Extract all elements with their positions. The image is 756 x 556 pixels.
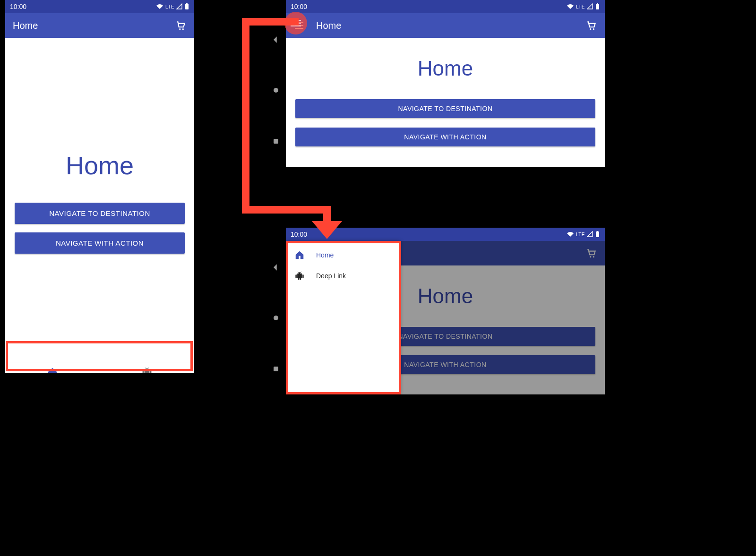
drawer-item-label: Deep Link <box>316 272 346 280</box>
battery-icon <box>185 3 189 10</box>
wifi-icon <box>567 231 574 238</box>
android-icon <box>294 271 305 281</box>
navigate-to-destination-button[interactable]: NAVIGATE TO DESTINATION <box>15 203 185 224</box>
status-time: 10:00 <box>291 3 307 10</box>
back-icon[interactable] <box>31 378 43 389</box>
cart-icon <box>175 20 187 31</box>
system-nav-bar-side <box>266 242 286 394</box>
page-content: Home NAVIGATE TO DESTINATION NAVIGATE WI… <box>286 38 605 167</box>
tablet-landscape-device-drawer-open: 10:00 LTE Home Home NAVIGATE TO DESTINAT… <box>286 228 605 394</box>
status-bar: 10:00 LTE <box>5 0 194 13</box>
navigate-with-action-button[interactable]: NAVIGATE WITH ACTION <box>15 232 185 254</box>
cart-button[interactable] <box>586 20 597 31</box>
status-time: 10:00 <box>291 231 307 238</box>
signal-icon <box>176 3 183 10</box>
home-system-icon[interactable] <box>271 86 281 95</box>
network-label: LTE <box>576 232 585 237</box>
status-bar: 10:00 LTE <box>286 0 605 13</box>
home-system-icon[interactable] <box>94 378 105 389</box>
menu-icon <box>293 20 305 31</box>
tablet-landscape-device: 10:00 LTE Home Home NAVIGATE TO DESTINAT… <box>286 0 605 167</box>
drawer-item-label: Home <box>316 251 334 259</box>
wifi-icon <box>567 3 574 10</box>
home-system-icon[interactable] <box>271 313 281 323</box>
status-icons: LTE <box>567 231 600 238</box>
recents-icon[interactable] <box>157 378 168 389</box>
wifi-icon <box>156 3 163 10</box>
navigation-drawer: Home Deep Link <box>286 241 399 394</box>
status-icons: LTE <box>156 3 189 10</box>
cart-icon <box>586 20 597 31</box>
status-bar: 10:00 LTE <box>286 228 605 241</box>
recents-icon[interactable] <box>271 364 281 374</box>
app-bar: Home <box>286 13 605 38</box>
menu-button[interactable] <box>293 20 305 31</box>
battery-icon <box>595 3 600 10</box>
signal-icon <box>587 231 593 238</box>
recents-icon[interactable] <box>271 137 281 146</box>
signal-icon <box>587 3 593 10</box>
system-nav-bar-side <box>266 14 286 167</box>
network-label: LTE <box>165 4 174 9</box>
page-heading: Home <box>66 151 134 180</box>
drawer-item-deep-link[interactable]: Deep Link <box>286 265 399 286</box>
home-icon <box>294 250 305 260</box>
status-time: 10:00 <box>10 3 26 10</box>
navigate-to-destination-button[interactable]: NAVIGATE TO DESTINATION <box>295 99 595 118</box>
page-heading: Home <box>418 57 473 80</box>
system-nav-bar <box>5 373 194 394</box>
app-bar-title: Home <box>316 20 575 31</box>
back-icon[interactable] <box>271 35 281 44</box>
phone-portrait-device: 10:00 LTE Home Home NAVIGATE TO DESTINAT… <box>5 0 194 390</box>
back-icon[interactable] <box>271 263 281 272</box>
drawer-item-home[interactable]: Home <box>286 245 399 265</box>
page-content: Home NAVIGATE TO DESTINATION NAVIGATE WI… <box>5 38 194 362</box>
network-label: LTE <box>576 4 585 9</box>
status-icons: LTE <box>567 3 600 10</box>
navigate-with-action-button[interactable]: NAVIGATE WITH ACTION <box>295 128 595 146</box>
battery-icon <box>595 231 600 238</box>
app-bar-title: Home <box>13 20 164 31</box>
cart-button[interactable] <box>175 20 187 31</box>
app-bar: Home <box>5 13 194 38</box>
